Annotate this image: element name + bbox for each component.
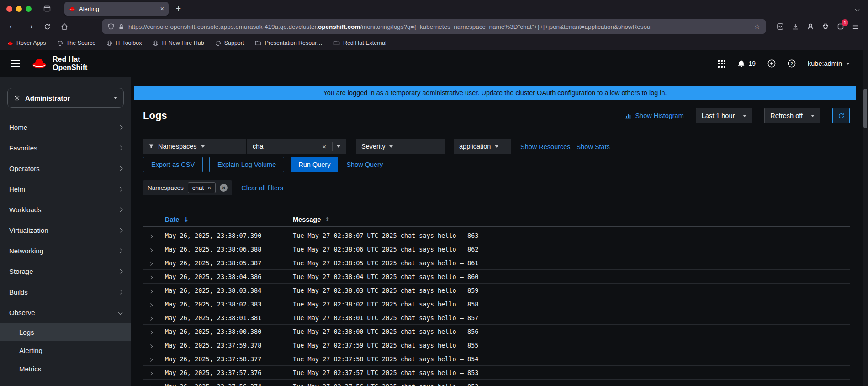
pocket-icon[interactable]	[777, 23, 784, 30]
show-resources-link[interactable]: Show Resources	[520, 143, 571, 150]
window-close-button[interactable]	[6, 6, 12, 12]
nav-label: Alerting	[19, 347, 42, 354]
browser-tab-bar: Alerting × +	[0, 0, 868, 17]
window-zoom-button[interactable]	[26, 6, 32, 12]
sidebar-item-builds[interactable]: Builds	[0, 282, 131, 302]
back-button[interactable]: ←	[5, 20, 19, 33]
message-column-header[interactable]: Message ↕	[293, 216, 850, 223]
menu-icon[interactable]	[852, 23, 859, 30]
log-table-row: May 26, 2025, 23:37:59.378 Tue May 27 02…	[143, 338, 850, 352]
browser-tab[interactable]: Alerting ×	[64, 2, 169, 16]
refresh-now-button[interactable]	[832, 108, 850, 123]
bookmark-support[interactable]: Support	[215, 40, 244, 46]
row-expand-button[interactable]	[143, 259, 165, 267]
row-expand-button[interactable]	[143, 314, 165, 322]
caret-down-icon[interactable]	[337, 145, 340, 148]
bookmark-rover-apps[interactable]: Rover Apps	[7, 40, 46, 46]
sidebar-item-observe[interactable]: Observe	[0, 302, 131, 323]
download-icon[interactable]	[792, 23, 799, 30]
user-menu[interactable]: kube:admin	[808, 60, 850, 67]
row-expand-button[interactable]	[143, 300, 165, 308]
bookmark-it-new-hire-hub[interactable]: IT New Hire Hub	[153, 40, 204, 46]
sidebar-item-logs[interactable]: Logs	[0, 323, 131, 341]
import-plus-icon[interactable]	[767, 59, 776, 68]
tab-close-icon[interactable]: ×	[160, 5, 164, 12]
row-expand-button[interactable]	[143, 355, 165, 363]
refresh-interval-select[interactable]: Refresh off	[764, 108, 820, 123]
row-expand-button[interactable]	[143, 328, 165, 335]
severity-filter-select[interactable]: Severity	[356, 139, 445, 154]
sidebar-item-workloads[interactable]: Workloads	[0, 199, 131, 220]
brand-logo[interactable]: Red Hat OpenShift	[31, 55, 87, 71]
namespace-search-input[interactable]	[253, 143, 316, 150]
nav-toggle-icon[interactable]	[11, 60, 20, 67]
show-stats-link[interactable]: Show Stats	[577, 143, 610, 150]
bookmark-the-source[interactable]: The Source	[57, 40, 96, 46]
sidebar-item-networking[interactable]: Networking	[0, 241, 131, 261]
bookmark-star-icon[interactable]: ☆	[754, 22, 760, 31]
help-icon[interactable]: ?	[788, 59, 796, 68]
firefox-view-icon[interactable]	[41, 3, 53, 15]
lock-icon[interactable]	[118, 24, 124, 30]
tenant-select[interactable]: application	[454, 139, 511, 154]
perspective-switcher[interactable]: Administrator	[7, 88, 124, 108]
chip-remove-icon[interactable]: ×	[207, 184, 211, 191]
sidebar-item-storage[interactable]: Storage	[0, 261, 131, 282]
page-title: Logs	[143, 110, 167, 122]
new-tab-button[interactable]: +	[176, 4, 181, 14]
sidebar-item-metrics[interactable]: Metrics	[0, 359, 131, 378]
reload-button[interactable]	[40, 20, 54, 33]
sidebar-item-operators[interactable]: Operators	[0, 158, 131, 179]
tab-list-caret-icon[interactable]	[856, 5, 862, 13]
scrollbar-thumb[interactable]	[863, 89, 867, 128]
run-query-button[interactable]: Run Query	[291, 157, 338, 172]
clear-input-icon[interactable]: ×	[320, 143, 328, 150]
notification-extension-icon[interactable]: 1	[837, 23, 844, 30]
sidebar-item-helm[interactable]: Helm	[0, 179, 131, 199]
sidebar-item-home[interactable]: Home	[0, 117, 131, 138]
tenant-value: application	[459, 143, 491, 150]
globe-icon	[57, 40, 63, 46]
notification-bell[interactable]: 19	[737, 60, 756, 68]
query-actions: Export as CSV Explain Log Volume Run Que…	[143, 157, 850, 172]
row-expand-button[interactable]	[143, 287, 165, 294]
bookmark-presentation-resources[interactable]: Presentation Resour…	[255, 40, 322, 46]
page-scrollbar[interactable]	[863, 50, 868, 386]
namespace-search-box[interactable]: ×	[247, 139, 346, 154]
bookmark-red-hat-external[interactable]: Red Hat External	[333, 40, 386, 46]
account-icon[interactable]	[807, 23, 814, 30]
row-expand-button[interactable]	[143, 246, 165, 253]
export-csv-button[interactable]: Export as CSV	[143, 157, 203, 172]
url-bar[interactable]: https://console-openshift-console.apps.e…	[102, 19, 766, 34]
globe-icon	[153, 40, 159, 46]
row-expand-button[interactable]	[143, 342, 165, 349]
app-launcher-icon[interactable]	[718, 60, 725, 68]
time-range-select[interactable]: Last 1 hour	[696, 108, 753, 123]
shield-icon[interactable]	[108, 23, 114, 30]
perspective-gear-icon	[14, 95, 21, 102]
bookmark-it-toolbox[interactable]: IT Toolbox	[106, 40, 142, 46]
date-column-header[interactable]: Date ↓	[165, 216, 293, 223]
sidebar-item-alerting[interactable]: Alerting	[0, 341, 131, 359]
row-expand-button[interactable]	[143, 232, 165, 239]
window-minimize-button[interactable]	[16, 6, 22, 12]
temp-admin-banner: You are logged in as a temporary adminis…	[134, 86, 856, 100]
oauth-config-link[interactable]: cluster OAuth configuration	[515, 89, 595, 96]
show-histogram-link[interactable]: Show Histogram	[625, 112, 683, 119]
namespaces-filter-select[interactable]: Namespaces	[143, 139, 246, 154]
row-expand-button[interactable]	[143, 369, 165, 376]
forward-button[interactable]: →	[23, 20, 37, 33]
row-expand-button[interactable]	[143, 273, 165, 280]
clear-all-filters-link[interactable]: Clear all filters	[241, 184, 283, 192]
caret-down-icon	[846, 63, 850, 65]
sidebar-item-favorites[interactable]: Favorites	[0, 138, 131, 158]
clear-chip-group-icon[interactable]: ×	[220, 184, 228, 192]
explain-log-volume-button[interactable]: Explain Log Volume	[209, 157, 284, 172]
show-query-link[interactable]: Show Query	[346, 161, 383, 168]
log-table-row: May 26, 2025, 23:38:01.381 Tue May 27 02…	[143, 311, 850, 325]
chevron-right-icon	[118, 228, 123, 233]
extensions-icon[interactable]	[822, 23, 829, 30]
home-button[interactable]	[58, 20, 71, 33]
sidebar-item-virtualization[interactable]: Virtualization	[0, 220, 131, 241]
row-expand-button[interactable]	[143, 383, 165, 386]
